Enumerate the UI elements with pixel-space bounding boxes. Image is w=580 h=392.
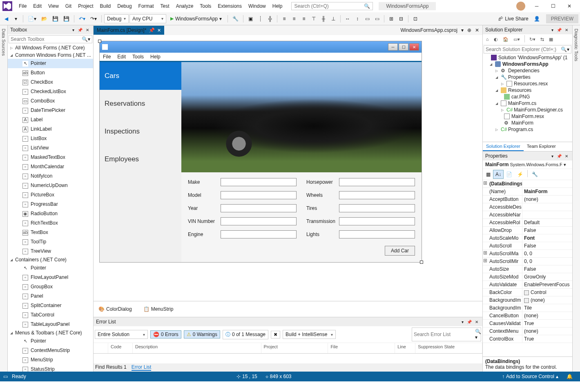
props-dropdown[interactable]: ▾ — [551, 154, 553, 158]
sol-props-button[interactable]: ▦ — [547, 35, 555, 43]
nav-back-button[interactable]: ◀ — [2, 14, 11, 23]
errorlist-tab[interactable]: Error List — [132, 364, 152, 371]
center-v[interactable]: ⊟ — [397, 14, 406, 23]
toolbox-pin-icon[interactable]: 📌 — [78, 28, 83, 32]
prop-row[interactable]: AutoScaleMoFont — [483, 234, 572, 242]
quick-search[interactable]: 🔍 — [291, 2, 373, 10]
form-close[interactable]: ✕ — [409, 43, 419, 51]
tab-order[interactable]: ⊡ — [411, 14, 420, 23]
menu-tools[interactable]: Tools — [196, 2, 214, 11]
input-vin-number[interactable] — [221, 217, 297, 225]
document-tab-mainform[interactable]: MainForm.cs [Design]* 📌 ✕ — [94, 26, 164, 35]
undo-button[interactable]: ↶▾ — [77, 14, 87, 23]
config-combo[interactable]: Debug — [104, 14, 129, 23]
prop-row[interactable]: AllowDropFalse — [483, 227, 572, 234]
toolbox-item-richtextbox[interactable]: ▫RichTextBox — [8, 218, 93, 228]
form-minimize[interactable]: ─ — [388, 43, 398, 51]
menu-help[interactable]: Help — [269, 2, 286, 11]
data-sources-tab[interactable]: Data Sources — [0, 25, 8, 372]
align-right[interactable]: ≡ — [299, 14, 308, 23]
props-categorized[interactable]: ▦ — [484, 170, 493, 179]
center-h[interactable]: ⊞ — [387, 14, 396, 23]
toolbox-item-flowlayoutpanel[interactable]: ▫FlowLayoutPanel — [8, 273, 93, 282]
menu-view[interactable]: View — [45, 2, 62, 11]
toolbox-item-pointer[interactable]: ↖Pointer — [8, 336, 93, 346]
nav-fwd-button[interactable]: ▾ — [11, 14, 20, 23]
sol-props[interactable]: ◢🔧Properties — [483, 74, 572, 80]
error-list-dropdown[interactable]: ▾ — [462, 320, 464, 324]
align-left[interactable]: ≡ — [280, 14, 289, 23]
props-close[interactable]: ✕ — [565, 154, 568, 158]
menu-build[interactable]: Build — [97, 2, 114, 11]
nav-employees[interactable]: Employees — [100, 145, 181, 173]
menu-file[interactable]: File — [16, 2, 30, 11]
platform-combo[interactable]: Any CPU — [129, 14, 166, 23]
prop-row[interactable]: AccessibleDes — [483, 203, 572, 211]
toolbox-item-radiobutton[interactable]: ◉RadioButton — [8, 209, 93, 218]
toolbox-group[interactable]: All Windows Forms (.NET Core) — [8, 44, 93, 51]
toolbox-item-splitcontainer[interactable]: ▫SplitContainer — [8, 301, 93, 310]
save-all-button[interactable]: 💾 — [61, 14, 71, 23]
sol-mainform[interactable]: ◢MainForm.cs — [483, 100, 572, 107]
notifications-button[interactable]: 🔔 — [567, 374, 573, 379]
menu-analyze[interactable]: Analyze — [173, 2, 197, 11]
align-middle[interactable]: ╫ — [319, 14, 328, 23]
new-project-button[interactable]: 📄▾ — [26, 14, 38, 23]
sol-home-button[interactable]: ⌂ — [484, 35, 491, 43]
toolbox-item-groupbox[interactable]: ▫GroupBox — [8, 282, 93, 292]
input-horsepower[interactable] — [339, 178, 415, 186]
toolbox-item-listbox[interactable]: ▫ListBox — [8, 134, 93, 143]
tab-solution-explorer[interactable]: Solution Explorer — [483, 142, 524, 151]
error-list-pin[interactable]: 📌 — [467, 320, 472, 324]
prop-row[interactable]: AutoSizeModGrowOnly — [483, 273, 572, 281]
menu-test[interactable]: Test — [157, 2, 173, 11]
menu-format[interactable]: Format — [135, 2, 157, 11]
sol-project[interactable]: ◢WindowsFormsApp — [483, 61, 572, 67]
toolbox-search-input[interactable] — [11, 36, 82, 42]
sol-root[interactable]: Solution 'WindowsFormsApp' (1 — [483, 54, 572, 61]
form-window[interactable]: ─ ☐ ✕ File Edit Tools Help Cars Reservat… — [99, 41, 422, 263]
sol-back-button[interactable]: ◐ — [492, 35, 500, 43]
sol-sync-button[interactable]: 🏠 — [501, 35, 511, 43]
nav-inspections[interactable]: Inspections — [100, 118, 181, 145]
prop-row[interactable]: ⊞(DataBindings — [483, 180, 572, 188]
toolbox-group[interactable]: Common Windows Forms (.NET ... — [8, 51, 93, 59]
toolbox-item-checkedlistbox[interactable]: ▫CheckedListBox — [8, 87, 93, 96]
toolbox-item-tablelayoutpanel[interactable]: ▫TableLayoutPanel — [8, 320, 93, 329]
toolbox-item-textbox[interactable]: abTextBox — [8, 228, 93, 237]
input-make[interactable] — [221, 178, 297, 186]
component-tray[interactable]: 🎨ColorDialog 📋MenuStrip — [94, 301, 482, 317]
prop-row[interactable]: BackgroundIm(none) — [483, 296, 572, 304]
props-properties[interactable]: 📄 — [504, 170, 515, 179]
form-maximize[interactable]: ☐ — [399, 43, 408, 51]
toolbox-item-datetimepicker[interactable]: ▫DateTimePicker — [8, 106, 93, 115]
toolbox-item-notifyicon[interactable]: ▫NotifyIcon — [8, 172, 93, 181]
toolbox-item-combobox[interactable]: ▭ComboBox — [8, 96, 93, 106]
sol-program[interactable]: ▷C#Program.cs — [483, 126, 572, 133]
props-alphabetical[interactable]: A↓ — [493, 170, 504, 179]
form-menu-file[interactable]: File — [103, 54, 111, 60]
bring-front[interactable]: ▭ — [363, 14, 372, 23]
open-button[interactable]: 📂 — [39, 14, 49, 23]
toolbar-btn-1[interactable]: 🔧 — [230, 14, 241, 23]
align-top[interactable]: ⊤ — [309, 14, 318, 23]
prop-row[interactable]: AutoValidateEnablePreventFocus — [483, 281, 572, 289]
toolbox-item-label[interactable]: ALabel — [8, 115, 93, 125]
menu-git[interactable]: Git — [62, 2, 75, 11]
tab-close-icon[interactable]: ✕ — [157, 28, 161, 33]
prop-row[interactable]: ContextMenu(none) — [483, 327, 572, 335]
align-bottom[interactable]: ⊥ — [329, 14, 338, 23]
input-wheels[interactable] — [339, 191, 415, 199]
window-maximize[interactable]: ☐ — [545, 0, 561, 12]
sol-refresh-button[interactable]: ↻▾ — [527, 35, 538, 43]
prop-row[interactable]: BackgroundImTile — [483, 304, 572, 312]
prop-row[interactable]: AutoSizeFalse — [483, 265, 572, 273]
sol-dropdown[interactable]: ▾ — [551, 28, 553, 32]
menu-edit[interactable]: Edit — [30, 2, 45, 11]
toolbox-item-listview[interactable]: ▫ListView — [8, 143, 93, 153]
save-button[interactable]: 💾 — [50, 14, 60, 23]
form-menustrip[interactable]: File Edit Tools Help — [100, 53, 422, 62]
menu-window[interactable]: Window — [245, 2, 269, 11]
input-engine[interactable] — [221, 230, 297, 238]
tray-colordialog[interactable]: 🎨ColorDialog — [98, 306, 132, 312]
